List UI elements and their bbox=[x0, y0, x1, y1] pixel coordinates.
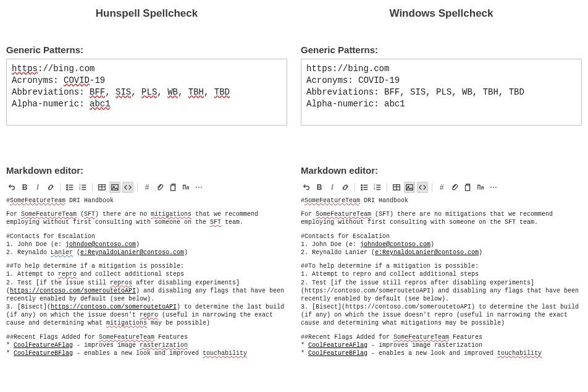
ul-icon[interactable] bbox=[359, 182, 370, 193]
more-icon[interactable]: ⋯ bbox=[488, 182, 499, 193]
copy-icon[interactable] bbox=[167, 182, 178, 193]
ol-icon[interactable]: 123 bbox=[77, 182, 88, 193]
md-toolbar: B I 123 # ⋯ bbox=[6, 179, 287, 197]
svg-rect-9 bbox=[171, 185, 175, 191]
text-size-icon[interactable] bbox=[475, 182, 486, 193]
hunspell-patterns-box[interactable]: https://bing.com Acronyms: COVID-19 Abbr… bbox=[6, 59, 287, 126]
md-label: Markdown editor: bbox=[301, 165, 582, 176]
more-icon[interactable]: ⋯ bbox=[193, 182, 204, 193]
copy-icon[interactable] bbox=[462, 182, 473, 193]
code-icon[interactable] bbox=[417, 182, 428, 193]
attach-icon[interactable] bbox=[154, 182, 166, 193]
toolbar-sep bbox=[60, 183, 61, 192]
ol-icon[interactable]: 123 bbox=[372, 182, 383, 193]
toolbar-sep bbox=[387, 183, 387, 192]
hunspell-md-body[interactable]: #SomeFeatureTeam DRI Handbook For SomeFe… bbox=[6, 197, 287, 357]
table-icon[interactable] bbox=[96, 182, 107, 193]
toolbar-sep bbox=[432, 183, 432, 192]
svg-point-2 bbox=[67, 189, 68, 190]
hash-icon[interactable]: # bbox=[141, 182, 153, 193]
pattern-line-an: Alpha-numeric: abc1 bbox=[12, 98, 282, 110]
pattern-line-an: Alpha-numeric: abc1 bbox=[306, 98, 576, 110]
italic-icon[interactable]: I bbox=[327, 182, 338, 193]
svg-rect-7 bbox=[112, 185, 119, 190]
hunspell-column: Hunspell Spellcheck Generic Patterns: ht… bbox=[6, 5, 287, 386]
bold-icon[interactable]: B bbox=[19, 182, 30, 193]
pattern-line-acronyms: Acronyms: COVID-19 bbox=[12, 75, 282, 87]
md-label: Markdown editor: bbox=[6, 165, 287, 176]
svg-point-11 bbox=[361, 187, 363, 188]
svg-point-10 bbox=[361, 185, 363, 186]
hunspell-title: Hunspell Spellcheck bbox=[6, 5, 287, 45]
image-icon[interactable] bbox=[109, 182, 120, 193]
text-size-icon[interactable] bbox=[180, 182, 191, 193]
pattern-line-url: https://bing.com bbox=[12, 63, 282, 75]
toolbar-sep bbox=[355, 183, 355, 192]
windows-md-body[interactable]: #SomeFeatureTeam DRI Handbook For SomeFe… bbox=[301, 197, 582, 357]
svg-point-12 bbox=[361, 189, 363, 190]
code-icon[interactable] bbox=[122, 182, 133, 193]
table-icon[interactable] bbox=[391, 182, 402, 193]
toolbar-sep bbox=[137, 183, 138, 192]
svg-text:3: 3 bbox=[79, 187, 81, 190]
svg-text:3: 3 bbox=[374, 187, 376, 190]
patterns-label: Generic Patterns: bbox=[301, 45, 582, 55]
pattern-line-abbr: Abbreviations: BFF, SIS, PLS, WB, TBH, T… bbox=[12, 87, 282, 98]
undo-icon[interactable] bbox=[6, 182, 17, 193]
svg-rect-19 bbox=[466, 185, 470, 191]
windows-patterns-box[interactable]: https://bing.com Acronyms: COVID-19 Abbr… bbox=[301, 59, 582, 126]
italic-icon[interactable]: I bbox=[32, 182, 43, 193]
image-icon[interactable] bbox=[404, 182, 415, 193]
link-icon[interactable] bbox=[45, 182, 56, 193]
attach-icon[interactable] bbox=[449, 182, 460, 193]
ul-icon[interactable] bbox=[64, 182, 75, 193]
pattern-line-acronyms: Acronyms: COVID-19 bbox=[306, 75, 576, 87]
toolbar-sep bbox=[92, 183, 93, 192]
windows-title: Windows Spellcheck bbox=[301, 5, 582, 45]
comparison-page: Hunspell Spellcheck Generic Patterns: ht… bbox=[0, 0, 588, 392]
windows-column: Windows Spellcheck Generic Patterns: htt… bbox=[301, 5, 582, 386]
svg-rect-17 bbox=[406, 185, 413, 190]
svg-point-0 bbox=[67, 185, 68, 186]
pattern-line-abbr: Abbreviations: BFF, SIS, PLS, WB, TBH, T… bbox=[306, 87, 576, 98]
bold-icon[interactable]: B bbox=[314, 182, 325, 193]
undo-icon[interactable] bbox=[301, 182, 312, 193]
md-toolbar: B I 123 # ⋯ bbox=[301, 179, 582, 197]
svg-point-1 bbox=[67, 187, 68, 188]
pattern-line-url: https://bing.com bbox=[306, 63, 576, 75]
patterns-label: Generic Patterns: bbox=[6, 45, 287, 55]
hash-icon[interactable]: # bbox=[436, 182, 447, 193]
link-icon[interactable] bbox=[340, 182, 351, 193]
